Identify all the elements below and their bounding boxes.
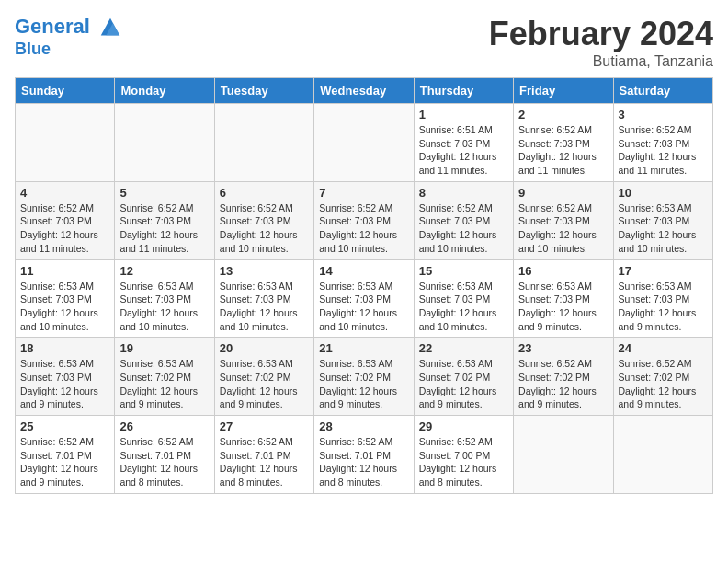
calendar-cell: 15Sunrise: 6:53 AM Sunset: 7:03 PM Dayli…	[414, 259, 513, 338]
day-info: Sunrise: 6:53 AM Sunset: 7:02 PM Dayligh…	[220, 357, 309, 411]
day-number: 24	[619, 341, 708, 355]
logo: General Blue	[15, 15, 123, 59]
day-info: Sunrise: 6:52 AM Sunset: 7:03 PM Dayligh…	[518, 123, 608, 178]
calendar-cell: 27Sunrise: 6:52 AM Sunset: 7:01 PM Dayli…	[214, 416, 313, 494]
day-number: 8	[419, 186, 508, 200]
calendar-cell	[214, 104, 313, 182]
day-number: 17	[619, 264, 708, 278]
day-info: Sunrise: 6:52 AM Sunset: 7:02 PM Dayligh…	[518, 357, 608, 411]
calendar-cell	[613, 416, 712, 494]
day-info: Sunrise: 6:53 AM Sunset: 7:02 PM Dayligh…	[419, 357, 508, 411]
calendar-cell: 22Sunrise: 6:53 AM Sunset: 7:02 PM Dayli…	[414, 338, 513, 416]
calendar-cell: 13Sunrise: 6:53 AM Sunset: 7:03 PM Dayli…	[214, 259, 313, 338]
calendar-cell	[115, 104, 214, 182]
day-info: Sunrise: 6:53 AM Sunset: 7:03 PM Dayligh…	[20, 280, 109, 334]
logo-text: General	[15, 15, 123, 40]
day-number: 13	[220, 264, 309, 278]
day-info: Sunrise: 6:53 AM Sunset: 7:03 PM Dayligh…	[20, 357, 109, 411]
calendar-cell: 11Sunrise: 6:53 AM Sunset: 7:03 PM Dayli…	[16, 259, 115, 338]
week-row-3: 11Sunrise: 6:53 AM Sunset: 7:03 PM Dayli…	[16, 259, 713, 338]
weekday-header-saturday: Saturday	[613, 78, 712, 104]
week-row-1: 1Sunrise: 6:51 AM Sunset: 7:03 PM Daylig…	[16, 104, 713, 182]
day-info: Sunrise: 6:52 AM Sunset: 7:03 PM Dayligh…	[220, 201, 309, 256]
calendar-cell	[314, 104, 414, 182]
day-info: Sunrise: 6:51 AM Sunset: 7:03 PM Dayligh…	[419, 123, 508, 178]
calendar-cell: 8Sunrise: 6:52 AM Sunset: 7:03 PM Daylig…	[414, 181, 513, 259]
day-number: 5	[119, 186, 209, 200]
day-number: 1	[419, 108, 508, 121]
day-info: Sunrise: 6:53 AM Sunset: 7:03 PM Dayligh…	[619, 280, 708, 334]
day-info: Sunrise: 6:53 AM Sunset: 7:03 PM Dayligh…	[319, 280, 408, 334]
day-info: Sunrise: 6:53 AM Sunset: 7:03 PM Dayligh…	[419, 280, 508, 334]
calendar-cell: 19Sunrise: 6:53 AM Sunset: 7:02 PM Dayli…	[115, 338, 214, 416]
day-number: 7	[319, 186, 408, 200]
month-year-title: February 2024	[489, 15, 713, 53]
day-info: Sunrise: 6:52 AM Sunset: 7:01 PM Dayligh…	[119, 435, 209, 489]
calendar-cell: 29Sunrise: 6:52 AM Sunset: 7:00 PM Dayli…	[414, 416, 513, 494]
day-info: Sunrise: 6:52 AM Sunset: 7:03 PM Dayligh…	[20, 201, 109, 256]
day-info: Sunrise: 6:53 AM Sunset: 7:03 PM Dayligh…	[518, 280, 608, 334]
day-info: Sunrise: 6:52 AM Sunset: 7:00 PM Dayligh…	[419, 435, 508, 489]
calendar-cell: 28Sunrise: 6:52 AM Sunset: 7:01 PM Dayli…	[314, 416, 414, 494]
day-number: 26	[119, 419, 209, 433]
calendar-cell: 1Sunrise: 6:51 AM Sunset: 7:03 PM Daylig…	[414, 104, 513, 182]
day-number: 25	[20, 419, 109, 433]
day-info: Sunrise: 6:52 AM Sunset: 7:01 PM Dayligh…	[319, 435, 408, 489]
day-info: Sunrise: 6:52 AM Sunset: 7:01 PM Dayligh…	[20, 435, 109, 489]
day-info: Sunrise: 6:53 AM Sunset: 7:03 PM Dayligh…	[619, 201, 708, 256]
week-row-4: 18Sunrise: 6:53 AM Sunset: 7:03 PM Dayli…	[16, 338, 713, 416]
day-number: 18	[20, 341, 109, 355]
day-number: 9	[518, 186, 608, 200]
calendar-cell: 17Sunrise: 6:53 AM Sunset: 7:03 PM Dayli…	[613, 259, 712, 338]
day-number: 16	[518, 264, 608, 278]
weekday-header-friday: Friday	[514, 78, 613, 104]
calendar-cell	[16, 104, 115, 182]
day-number: 14	[319, 264, 408, 278]
calendar-cell: 5Sunrise: 6:52 AM Sunset: 7:03 PM Daylig…	[115, 181, 214, 259]
day-number: 4	[20, 186, 109, 200]
day-number: 20	[220, 341, 309, 355]
weekday-header-tuesday: Tuesday	[214, 78, 313, 104]
weekday-header-monday: Monday	[115, 78, 214, 104]
day-number: 3	[619, 108, 708, 121]
day-number: 23	[518, 341, 608, 355]
calendar-cell: 21Sunrise: 6:53 AM Sunset: 7:02 PM Dayli…	[314, 338, 414, 416]
title-block: February 2024 Butiama, Tanzania	[489, 15, 713, 70]
calendar-cell: 3Sunrise: 6:52 AM Sunset: 7:03 PM Daylig…	[613, 104, 712, 182]
weekday-header-row: SundayMondayTuesdayWednesdayThursdayFrid…	[16, 78, 713, 104]
day-number: 11	[20, 264, 109, 278]
weekday-header-thursday: Thursday	[414, 78, 513, 104]
calendar-cell: 26Sunrise: 6:52 AM Sunset: 7:01 PM Dayli…	[115, 416, 214, 494]
day-number: 15	[419, 264, 508, 278]
calendar-cell: 10Sunrise: 6:53 AM Sunset: 7:03 PM Dayli…	[613, 181, 712, 259]
day-number: 6	[220, 186, 309, 200]
day-info: Sunrise: 6:52 AM Sunset: 7:03 PM Dayligh…	[419, 201, 508, 256]
calendar-cell: 7Sunrise: 6:52 AM Sunset: 7:03 PM Daylig…	[314, 181, 414, 259]
calendar-cell: 9Sunrise: 6:52 AM Sunset: 7:03 PM Daylig…	[514, 181, 613, 259]
calendar-cell: 23Sunrise: 6:52 AM Sunset: 7:02 PM Dayli…	[514, 338, 613, 416]
location-subtitle: Butiama, Tanzania	[489, 53, 713, 70]
day-info: Sunrise: 6:52 AM Sunset: 7:01 PM Dayligh…	[220, 435, 309, 489]
day-number: 12	[119, 264, 209, 278]
day-info: Sunrise: 6:52 AM Sunset: 7:03 PM Dayligh…	[119, 201, 209, 256]
day-info: Sunrise: 6:53 AM Sunset: 7:02 PM Dayligh…	[319, 357, 408, 411]
calendar-cell: 25Sunrise: 6:52 AM Sunset: 7:01 PM Dayli…	[16, 416, 115, 494]
day-info: Sunrise: 6:52 AM Sunset: 7:02 PM Dayligh…	[619, 357, 708, 411]
calendar-cell: 14Sunrise: 6:53 AM Sunset: 7:03 PM Dayli…	[314, 259, 414, 338]
calendar-table: SundayMondayTuesdayWednesdayThursdayFrid…	[15, 77, 713, 494]
calendar-cell: 2Sunrise: 6:52 AM Sunset: 7:03 PM Daylig…	[514, 104, 613, 182]
day-number: 27	[220, 419, 309, 433]
calendar-cell: 4Sunrise: 6:52 AM Sunset: 7:03 PM Daylig…	[16, 181, 115, 259]
calendar-cell: 18Sunrise: 6:53 AM Sunset: 7:03 PM Dayli…	[16, 338, 115, 416]
day-info: Sunrise: 6:52 AM Sunset: 7:03 PM Dayligh…	[518, 201, 608, 256]
day-number: 29	[419, 419, 508, 433]
day-info: Sunrise: 6:52 AM Sunset: 7:03 PM Dayligh…	[619, 123, 708, 178]
day-number: 19	[119, 341, 209, 355]
calendar-cell: 16Sunrise: 6:53 AM Sunset: 7:03 PM Dayli…	[514, 259, 613, 338]
calendar-cell: 24Sunrise: 6:52 AM Sunset: 7:02 PM Dayli…	[613, 338, 712, 416]
weekday-header-sunday: Sunday	[16, 78, 115, 104]
calendar-cell: 6Sunrise: 6:52 AM Sunset: 7:03 PM Daylig…	[214, 181, 313, 259]
week-row-2: 4Sunrise: 6:52 AM Sunset: 7:03 PM Daylig…	[16, 181, 713, 259]
day-number: 22	[419, 341, 508, 355]
page-header: General Blue February 2024 Butiama, Tanz…	[15, 15, 713, 70]
